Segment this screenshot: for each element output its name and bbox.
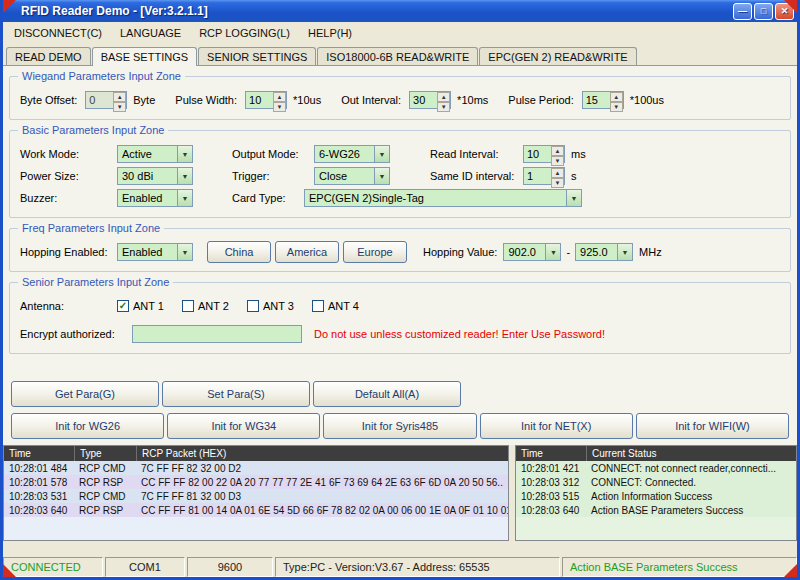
basic-group-title: Basic Parameters Input Zone <box>18 124 168 136</box>
spin-down-icon[interactable] <box>273 102 286 112</box>
ant4-option[interactable]: ANT 4 <box>312 300 359 312</box>
ant3-checkbox[interactable] <box>247 300 259 312</box>
get-para-button[interactable]: Get Para(G) <box>11 381 159 407</box>
menu-rcp-logging[interactable]: RCP LOGGING(L) <box>190 24 299 42</box>
pulse-period-unit: *100us <box>630 94 664 106</box>
ant2-option[interactable]: ANT 2 <box>182 300 229 312</box>
hopping-to-value: 925.0 <box>576 246 617 258</box>
log-row[interactable]: 10:28:03 515 Action Information Success <box>516 489 796 503</box>
log-status: Action Information Success <box>586 491 796 502</box>
output-mode-select[interactable]: 6-WG26 <box>314 145 390 163</box>
log-row[interactable]: 10:28:01 578 RCP RSP CC FF FF 82 00 22 0… <box>4 475 508 489</box>
work-mode-select[interactable]: Active <box>117 145 193 163</box>
log-row[interactable]: 10:28:03 531 RCP CMD 7C FF FF 81 32 00 D… <box>4 489 508 503</box>
title-bar[interactable]: RFID Reader Demo - [Ver:3.2.1.1] — □ ✕ <box>3 0 797 22</box>
work-mode-value: Active <box>118 148 177 160</box>
hopping-value-label: Hopping Value: <box>423 246 497 258</box>
minimize-button[interactable]: — <box>733 3 752 20</box>
europe-button[interactable]: Europe <box>343 241 407 263</box>
set-para-button[interactable]: Set Para(S) <box>162 381 310 407</box>
spin-up-icon[interactable] <box>551 168 564 178</box>
spin-up-icon[interactable] <box>273 92 286 102</box>
window-title: RFID Reader Demo - [Ver:3.2.1.1] <box>21 4 208 18</box>
maximize-button[interactable]: □ <box>754 3 773 20</box>
packet-log-body: 10:28:01 484 RCP CMD 7C FF FF 82 32 00 D… <box>4 461 508 540</box>
app-window: RFID Reader Demo - [Ver:3.2.1.1] — □ ✕ D… <box>0 0 800 580</box>
tab-epc-gen2[interactable]: EPC(GEN 2) READ&WRITE <box>479 47 636 65</box>
chevron-down-icon <box>177 244 192 260</box>
init-wg34-button[interactable]: Init for WG34 <box>167 413 320 439</box>
out-interval-stepper[interactable]: 30 <box>409 91 451 109</box>
encrypt-authorized-input[interactable] <box>132 325 302 343</box>
power-size-select[interactable]: 30 dBi <box>117 167 193 185</box>
ant1-checkbox[interactable] <box>117 300 129 312</box>
packet-log-time-header: Time <box>4 446 74 461</box>
status-log-status-header: Current Status <box>586 446 796 461</box>
buzzer-select[interactable]: Enabled <box>117 189 193 207</box>
spin-down-icon[interactable] <box>610 102 623 112</box>
menu-disconnect[interactable]: DISCONNECT(C) <box>5 24 111 42</box>
log-row[interactable]: 10:28:03 640 Action BASE Parameters Succ… <box>516 503 796 517</box>
log-row[interactable]: 10:28:03 312 CONNECT: Connected. <box>516 475 796 489</box>
chevron-down-icon <box>617 244 632 260</box>
antenna-row: Antenna: ANT 1 ANT 2 ANT 3 ANT 4 <box>20 295 780 317</box>
byte-offset-stepper[interactable]: 0 <box>85 91 127 109</box>
spin-up-icon[interactable] <box>610 92 623 102</box>
same-id-interval-stepper[interactable]: 1 <box>523 167 565 185</box>
hopping-to-select[interactable]: 925.0 <box>575 243 633 261</box>
encrypt-warning-text: Do not use unless customized reader! Ent… <box>314 328 605 340</box>
buzzer-label: Buzzer: <box>20 192 117 204</box>
tab-senior-settings[interactable]: SENIOR SETTINGS <box>198 47 316 65</box>
log-status: CONNECT: Connected. <box>586 477 796 488</box>
same-id-interval-label: Same ID interval: <box>430 170 523 182</box>
pulse-width-stepper[interactable]: 10 <box>245 91 287 109</box>
log-row[interactable]: 10:28:01 484 RCP CMD 7C FF FF 82 32 00 D… <box>4 461 508 475</box>
spin-down-icon[interactable] <box>551 178 564 188</box>
packet-log-header: Time Type RCP Packet (HEX) <box>4 446 508 461</box>
spin-down-icon[interactable] <box>551 156 564 166</box>
card-type-select[interactable]: EPC(GEN 2)Single-Tag <box>304 189 582 207</box>
init-wifi-button[interactable]: Init for WIFI(W) <box>636 413 789 439</box>
ant4-checkbox[interactable] <box>312 300 324 312</box>
ant1-label: ANT 1 <box>133 300 164 312</box>
read-interval-label: Read Interval: <box>430 148 523 160</box>
log-section: Time Type RCP Packet (HEX) 10:28:01 484 … <box>3 445 797 541</box>
america-button[interactable]: America <box>275 241 339 263</box>
log-row[interactable]: 10:28:01 421 CONNECT: not connect reader… <box>516 461 796 475</box>
read-interval-arrows <box>551 146 564 162</box>
pulse-period-stepper[interactable]: 15 <box>582 91 624 109</box>
buzzer-value: Enabled <box>118 192 177 204</box>
spin-up-icon[interactable] <box>551 146 564 156</box>
ant3-option[interactable]: ANT 3 <box>247 300 294 312</box>
ant2-checkbox[interactable] <box>182 300 194 312</box>
byte-offset-value: 0 <box>86 92 113 108</box>
tab-read-demo[interactable]: READ DEMO <box>6 47 91 65</box>
tab-base-settings[interactable]: BASE SETTINGS <box>92 47 197 66</box>
init-net-button[interactable]: Init for NET(X) <box>480 413 633 439</box>
ant1-option[interactable]: ANT 1 <box>117 300 164 312</box>
spin-down-icon[interactable] <box>113 102 126 112</box>
trigger-select[interactable]: Close <box>314 167 390 185</box>
spin-up-icon[interactable] <box>437 92 450 102</box>
ant4-label: ANT 4 <box>328 300 359 312</box>
menu-help[interactable]: HELP(H) <box>299 24 361 42</box>
hopping-from-select[interactable]: 902.0 <box>503 243 561 261</box>
log-type: RCP CMD <box>74 463 136 474</box>
status-log-body: 10:28:01 421 CONNECT: not connect reader… <box>516 461 796 540</box>
pulse-width-value: 10 <box>246 92 273 108</box>
read-interval-stepper[interactable]: 10 <box>523 145 565 163</box>
menu-language[interactable]: LANGUAGE <box>111 24 190 42</box>
spin-up-icon[interactable] <box>113 92 126 102</box>
default-all-button[interactable]: Default All(A) <box>313 381 461 407</box>
spin-down-icon[interactable] <box>437 102 450 112</box>
byte-offset-unit: Byte <box>133 94 155 106</box>
action-row-2: Init for WG26 Init for WG34 Init for Syr… <box>9 413 791 439</box>
hopping-enabled-select[interactable]: Enabled <box>117 243 193 261</box>
china-button[interactable]: China <box>207 241 271 263</box>
com-port: COM1 <box>105 557 185 577</box>
ant2-label: ANT 2 <box>198 300 229 312</box>
init-syris485-button[interactable]: Init for Syris485 <box>323 413 476 439</box>
log-row[interactable]: 10:28:03 640 RCP RSP CC FF FF 81 00 14 0… <box>4 503 508 517</box>
init-wg26-button[interactable]: Init for WG26 <box>11 413 164 439</box>
tab-iso18000-6b[interactable]: ISO18000-6B READ&WRITE <box>317 47 478 65</box>
